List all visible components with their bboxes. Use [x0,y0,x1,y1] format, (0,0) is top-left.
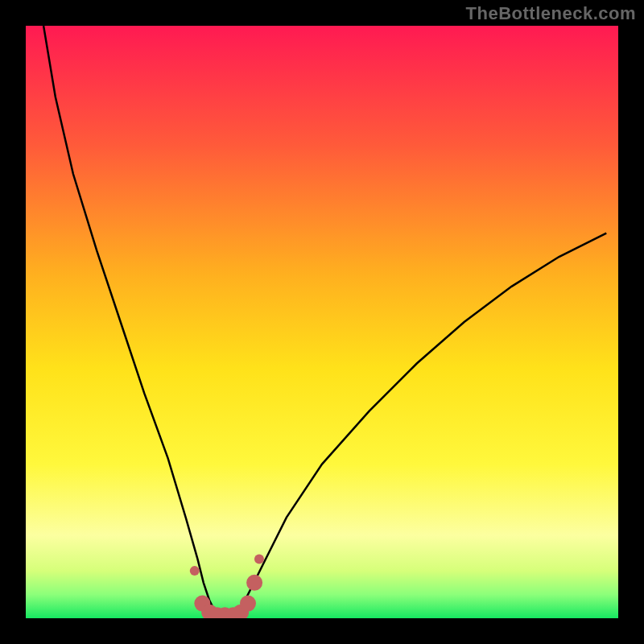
watermark-label: TheBottleneck.com [466,3,636,24]
marker-layer [26,26,618,618]
markers-svg [26,26,618,618]
highlight-dot [190,566,200,576]
plot-area [26,26,618,618]
highlight-dot [246,575,262,591]
chart-frame: TheBottleneck.com [0,0,644,644]
highlight-dot [254,554,264,564]
highlight-dot [240,596,256,612]
